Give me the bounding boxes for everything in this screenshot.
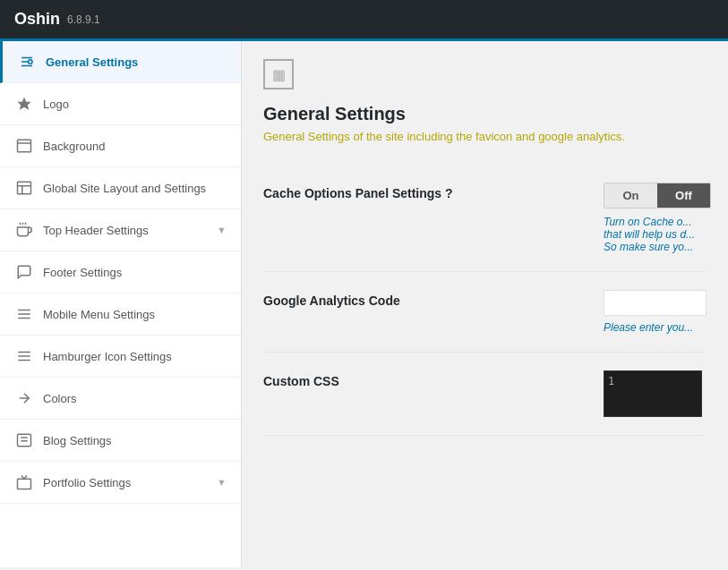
sidebar-label-mobile-menu-settings: Mobile Menu Settings [43,308,227,321]
sidebar-icon-background [14,136,34,156]
settings-row-google-analytics: Google Analytics CodePlease enter you... [263,272,707,353]
sidebar-label-footer-settings: Footer Settings [43,266,227,279]
sidebar-icon-general-settings [17,52,37,72]
sidebar-label-general-settings: General Settings [46,55,227,69]
toggle-on-button[interactable]: On [604,183,657,208]
sidebar-label-hamburger-icon-settings: Hamburger Icon Settings [43,350,227,363]
svg-point-3 [29,60,33,64]
toggle-off-button[interactable]: Off [657,183,710,208]
sidebar-label-logo: Logo [43,98,227,111]
sidebar-icon-mobile-menu-settings [14,304,34,324]
sidebar-icon-logo [14,94,34,114]
sidebar-icon-top-header-settings [14,220,34,240]
settings-control-google-analytics: Please enter you... [604,290,707,334]
sidebar-item-blog-settings[interactable]: Blog Settings [0,420,241,462]
svg-marker-4 [18,98,31,110]
settings-row-cache-options: Cache Options Panel Settings ?OnOffTurn … [263,165,707,272]
settings-label-google-analytics: Google Analytics Code [263,290,604,308]
sidebar-item-footer-settings[interactable]: Footer Settings [0,251,241,294]
sidebar-label-global-site-layout: Global Site Layout and Settings [43,182,227,195]
settings-note-cache-options: Turn on Cache o... that will help us d..… [604,216,711,253]
code-line-number: 1 [608,375,614,387]
sidebar-item-global-site-layout[interactable]: Global Site Layout and Settings [0,167,241,209]
svg-rect-23 [18,479,31,489]
sidebar-item-colors[interactable]: Colors [0,378,241,420]
top-bar: Oshin 6.8.9.1 [0,0,728,41]
sidebar-icon-portfolio-settings [14,472,34,492]
sidebar-label-background: Background [43,140,227,153]
sidebar-label-colors: Colors [43,392,227,405]
settings-label-custom-css: Custom CSS [263,370,604,388]
svg-rect-5 [18,140,31,152]
sidebar-icon-blog-settings [14,430,34,450]
sidebar-icon-hamburger-icon-settings [14,346,34,366]
panel-icon: ▦ [263,59,294,89]
sidebar-label-top-header-settings: Top Header Settings [43,224,217,237]
toggle-group-cache-options: OnOff [604,183,711,208]
sidebar-label-blog-settings: Blog Settings [43,434,227,447]
main-layout: General SettingsLogoBackgroundGlobal Sit… [0,41,728,567]
settings-label-cache-options: Cache Options Panel Settings ? [263,183,604,200]
sidebar-item-background[interactable]: Background [0,125,241,167]
section-title: General Settings [263,104,707,124]
settings-row-custom-css: Custom CSS1 [263,353,707,436]
sidebar-item-portfolio-settings[interactable]: Portfolio Settings▼ [0,462,241,504]
sidebar-icon-footer-settings [14,262,34,282]
panel-icon-symbol: ▦ [272,66,286,83]
app-title: Oshin [14,10,60,29]
sidebar-item-top-header-settings[interactable]: Top Header Settings▼ [0,209,241,251]
text-input-google-analytics[interactable] [604,290,707,316]
chevron-icon-top-header-settings: ▼ [217,225,227,235]
svg-rect-7 [18,182,31,194]
sidebar-item-mobile-menu-settings[interactable]: Mobile Menu Settings [0,294,241,336]
main-header: ▦ [263,59,707,89]
section-subtitle: General Settings of the site including t… [263,130,707,143]
settings-control-cache-options: OnOffTurn on Cache o... that will help u… [604,183,711,253]
sidebar-label-portfolio-settings: Portfolio Settings [43,476,217,489]
sidebar-item-logo[interactable]: Logo [0,83,241,125]
sidebar: General SettingsLogoBackgroundGlobal Sit… [0,41,242,567]
main-content-area: ▦ General Settings General Settings of t… [242,41,728,567]
sidebar-item-hamburger-icon-settings[interactable]: Hamburger Icon Settings [0,336,241,378]
sidebar-item-general-settings[interactable]: General Settings [0,41,241,83]
settings-control-custom-css: 1 [604,370,707,417]
chevron-icon-portfolio-settings: ▼ [217,477,227,488]
sidebar-icon-colors [14,388,34,408]
app-version: 6.8.9.1 [67,13,100,26]
input-note-google-analytics: Please enter you... [604,321,707,334]
sidebar-icon-global-site-layout [14,178,34,198]
code-editor-custom-css[interactable]: 1 [604,370,702,417]
